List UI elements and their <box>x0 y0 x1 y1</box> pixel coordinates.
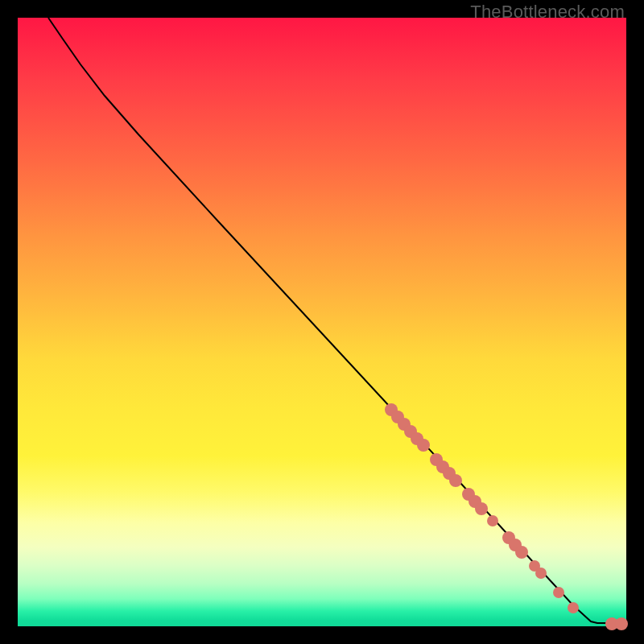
data-point <box>475 502 488 515</box>
data-points-group <box>385 403 628 630</box>
chart-svg <box>18 18 626 626</box>
data-point <box>568 602 579 613</box>
data-point <box>515 546 528 559</box>
data-point <box>449 474 462 487</box>
data-point <box>417 439 430 452</box>
data-point <box>615 617 628 630</box>
bottleneck-curve <box>48 18 626 623</box>
data-point <box>487 515 498 526</box>
data-point <box>553 587 564 598</box>
data-point <box>535 568 547 579</box>
